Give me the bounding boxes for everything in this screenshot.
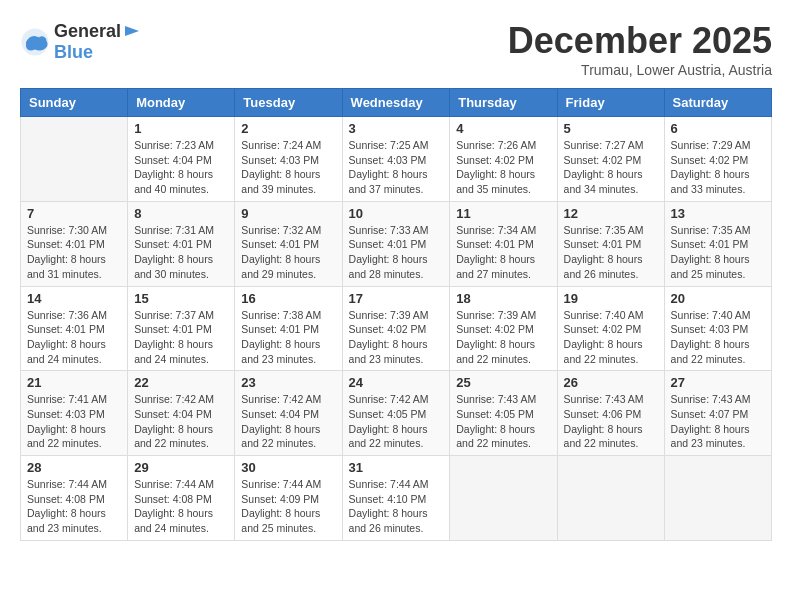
- calendar-cell: 25Sunrise: 7:43 AMSunset: 4:05 PMDayligh…: [450, 371, 557, 456]
- day-info: Sunrise: 7:44 AMSunset: 4:10 PMDaylight:…: [349, 477, 444, 536]
- calendar-cell: 17Sunrise: 7:39 AMSunset: 4:02 PMDayligh…: [342, 286, 450, 371]
- day-number: 10: [349, 206, 444, 221]
- day-info: Sunrise: 7:32 AMSunset: 4:01 PMDaylight:…: [241, 223, 335, 282]
- day-number: 16: [241, 291, 335, 306]
- weekday-header-wednesday: Wednesday: [342, 89, 450, 117]
- calendar-cell: 7Sunrise: 7:30 AMSunset: 4:01 PMDaylight…: [21, 201, 128, 286]
- day-number: 1: [134, 121, 228, 136]
- day-number: 21: [27, 375, 121, 390]
- calendar-week-row: 28Sunrise: 7:44 AMSunset: 4:08 PMDayligh…: [21, 456, 772, 541]
- title-block: December 2025 Trumau, Lower Austria, Aus…: [508, 20, 772, 78]
- day-number: 5: [564, 121, 658, 136]
- day-number: 11: [456, 206, 550, 221]
- weekday-header-tuesday: Tuesday: [235, 89, 342, 117]
- day-number: 23: [241, 375, 335, 390]
- day-info: Sunrise: 7:43 AMSunset: 4:06 PMDaylight:…: [564, 392, 658, 451]
- day-info: Sunrise: 7:37 AMSunset: 4:01 PMDaylight:…: [134, 308, 228, 367]
- day-number: 28: [27, 460, 121, 475]
- day-number: 18: [456, 291, 550, 306]
- calendar-cell: 3Sunrise: 7:25 AMSunset: 4:03 PMDaylight…: [342, 117, 450, 202]
- day-number: 31: [349, 460, 444, 475]
- day-info: Sunrise: 7:24 AMSunset: 4:03 PMDaylight:…: [241, 138, 335, 197]
- day-info: Sunrise: 7:23 AMSunset: 4:04 PMDaylight:…: [134, 138, 228, 197]
- weekday-header-thursday: Thursday: [450, 89, 557, 117]
- day-info: Sunrise: 7:43 AMSunset: 4:07 PMDaylight:…: [671, 392, 765, 451]
- day-info: Sunrise: 7:39 AMSunset: 4:02 PMDaylight:…: [349, 308, 444, 367]
- weekday-header-saturday: Saturday: [664, 89, 771, 117]
- calendar-cell: 2Sunrise: 7:24 AMSunset: 4:03 PMDaylight…: [235, 117, 342, 202]
- calendar-cell: 30Sunrise: 7:44 AMSunset: 4:09 PMDayligh…: [235, 456, 342, 541]
- calendar-cell: 26Sunrise: 7:43 AMSunset: 4:06 PMDayligh…: [557, 371, 664, 456]
- logo-blue: Blue: [54, 42, 143, 63]
- day-info: Sunrise: 7:44 AMSunset: 4:08 PMDaylight:…: [134, 477, 228, 536]
- month-title: December 2025: [508, 20, 772, 62]
- weekday-header-monday: Monday: [128, 89, 235, 117]
- day-number: 12: [564, 206, 658, 221]
- day-number: 6: [671, 121, 765, 136]
- location-subtitle: Trumau, Lower Austria, Austria: [508, 62, 772, 78]
- calendar-cell: 27Sunrise: 7:43 AMSunset: 4:07 PMDayligh…: [664, 371, 771, 456]
- day-info: Sunrise: 7:43 AMSunset: 4:05 PMDaylight:…: [456, 392, 550, 451]
- logo-arrow-icon: [121, 20, 143, 42]
- day-info: Sunrise: 7:40 AMSunset: 4:02 PMDaylight:…: [564, 308, 658, 367]
- day-number: 2: [241, 121, 335, 136]
- day-info: Sunrise: 7:25 AMSunset: 4:03 PMDaylight:…: [349, 138, 444, 197]
- calendar-cell: 16Sunrise: 7:38 AMSunset: 4:01 PMDayligh…: [235, 286, 342, 371]
- calendar-cell: [664, 456, 771, 541]
- day-info: Sunrise: 7:38 AMSunset: 4:01 PMDaylight:…: [241, 308, 335, 367]
- svg-marker-1: [125, 26, 139, 36]
- day-info: Sunrise: 7:42 AMSunset: 4:04 PMDaylight:…: [241, 392, 335, 451]
- day-number: 13: [671, 206, 765, 221]
- calendar-cell: 9Sunrise: 7:32 AMSunset: 4:01 PMDaylight…: [235, 201, 342, 286]
- day-number: 27: [671, 375, 765, 390]
- calendar-cell: 22Sunrise: 7:42 AMSunset: 4:04 PMDayligh…: [128, 371, 235, 456]
- day-info: Sunrise: 7:40 AMSunset: 4:03 PMDaylight:…: [671, 308, 765, 367]
- day-number: 24: [349, 375, 444, 390]
- calendar-cell: 13Sunrise: 7:35 AMSunset: 4:01 PMDayligh…: [664, 201, 771, 286]
- day-number: 14: [27, 291, 121, 306]
- calendar-cell: 6Sunrise: 7:29 AMSunset: 4:02 PMDaylight…: [664, 117, 771, 202]
- calendar-cell: 18Sunrise: 7:39 AMSunset: 4:02 PMDayligh…: [450, 286, 557, 371]
- calendar-cell: 21Sunrise: 7:41 AMSunset: 4:03 PMDayligh…: [21, 371, 128, 456]
- calendar-cell: 28Sunrise: 7:44 AMSunset: 4:08 PMDayligh…: [21, 456, 128, 541]
- calendar-cell: 4Sunrise: 7:26 AMSunset: 4:02 PMDaylight…: [450, 117, 557, 202]
- day-info: Sunrise: 7:34 AMSunset: 4:01 PMDaylight:…: [456, 223, 550, 282]
- calendar-cell: 14Sunrise: 7:36 AMSunset: 4:01 PMDayligh…: [21, 286, 128, 371]
- day-info: Sunrise: 7:42 AMSunset: 4:05 PMDaylight:…: [349, 392, 444, 451]
- calendar-cell: 20Sunrise: 7:40 AMSunset: 4:03 PMDayligh…: [664, 286, 771, 371]
- calendar-week-row: 7Sunrise: 7:30 AMSunset: 4:01 PMDaylight…: [21, 201, 772, 286]
- calendar-cell: 10Sunrise: 7:33 AMSunset: 4:01 PMDayligh…: [342, 201, 450, 286]
- calendar-cell: 12Sunrise: 7:35 AMSunset: 4:01 PMDayligh…: [557, 201, 664, 286]
- calendar-header-row: SundayMondayTuesdayWednesdayThursdayFrid…: [21, 89, 772, 117]
- calendar-cell: 8Sunrise: 7:31 AMSunset: 4:01 PMDaylight…: [128, 201, 235, 286]
- calendar-cell: [557, 456, 664, 541]
- logo-text-block: General Blue: [54, 20, 143, 63]
- calendar-week-row: 1Sunrise: 7:23 AMSunset: 4:04 PMDaylight…: [21, 117, 772, 202]
- day-number: 3: [349, 121, 444, 136]
- calendar-cell: 5Sunrise: 7:27 AMSunset: 4:02 PMDaylight…: [557, 117, 664, 202]
- day-number: 22: [134, 375, 228, 390]
- day-number: 25: [456, 375, 550, 390]
- logo-general: General: [54, 21, 121, 42]
- calendar-cell: [450, 456, 557, 541]
- calendar-cell: 29Sunrise: 7:44 AMSunset: 4:08 PMDayligh…: [128, 456, 235, 541]
- calendar-cell: 15Sunrise: 7:37 AMSunset: 4:01 PMDayligh…: [128, 286, 235, 371]
- weekday-header-friday: Friday: [557, 89, 664, 117]
- day-number: 9: [241, 206, 335, 221]
- calendar-cell: 24Sunrise: 7:42 AMSunset: 4:05 PMDayligh…: [342, 371, 450, 456]
- day-number: 29: [134, 460, 228, 475]
- day-info: Sunrise: 7:31 AMSunset: 4:01 PMDaylight:…: [134, 223, 228, 282]
- logo: General Blue: [20, 20, 143, 63]
- day-number: 15: [134, 291, 228, 306]
- day-info: Sunrise: 7:29 AMSunset: 4:02 PMDaylight:…: [671, 138, 765, 197]
- calendar-cell: 19Sunrise: 7:40 AMSunset: 4:02 PMDayligh…: [557, 286, 664, 371]
- calendar-table: SundayMondayTuesdayWednesdayThursdayFrid…: [20, 88, 772, 541]
- day-number: 30: [241, 460, 335, 475]
- calendar-cell: 1Sunrise: 7:23 AMSunset: 4:04 PMDaylight…: [128, 117, 235, 202]
- day-number: 8: [134, 206, 228, 221]
- day-number: 7: [27, 206, 121, 221]
- day-info: Sunrise: 7:36 AMSunset: 4:01 PMDaylight:…: [27, 308, 121, 367]
- day-info: Sunrise: 7:44 AMSunset: 4:08 PMDaylight:…: [27, 477, 121, 536]
- logo-icon: [20, 27, 50, 57]
- day-number: 17: [349, 291, 444, 306]
